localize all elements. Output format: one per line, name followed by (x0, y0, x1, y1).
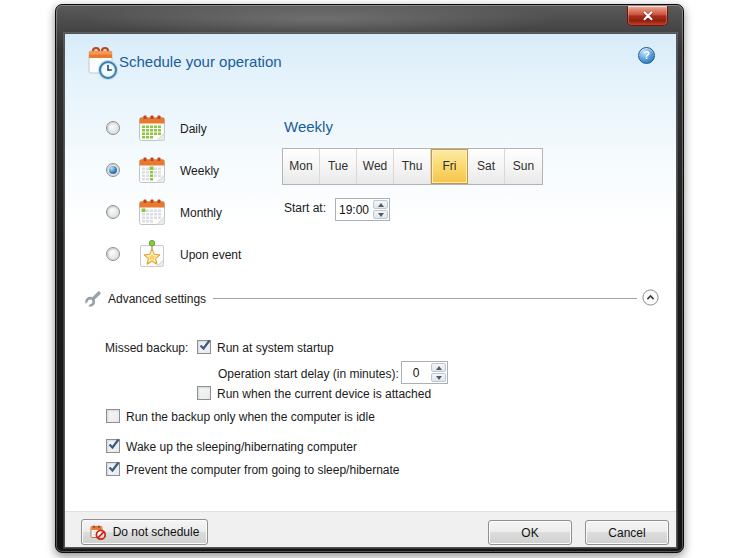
missed-backup-label: Missed backup: (105, 341, 188, 355)
arrow-up-icon (378, 203, 384, 207)
schedule-calendar-clock-icon (82, 42, 122, 86)
calendar-daily-icon (136, 112, 168, 148)
start-time-spinner: 19:00 (335, 198, 390, 221)
advanced-settings-divider (213, 298, 637, 299)
advanced-settings-title: Advanced settings (108, 292, 206, 306)
radio-upon-event[interactable] (106, 247, 120, 261)
start-time-value[interactable]: 19:00 (336, 199, 372, 220)
device-attached-label[interactable]: Run when the current device is attached (217, 387, 431, 401)
help-glyph: ? (643, 49, 650, 61)
dialog-main: Schedule your operation ? (65, 34, 676, 511)
radio-monthly[interactable] (106, 205, 120, 219)
run-at-startup-label[interactable]: Run at system startup (217, 341, 334, 355)
computer-idle-label[interactable]: Run the backup only when the computer is… (126, 410, 375, 424)
weekly-panel-title: Weekly (284, 118, 333, 135)
start-time-spin-buttons (372, 199, 389, 220)
checkbox-prevent-sleep[interactable] (106, 462, 120, 476)
cancel-label: Cancel (608, 526, 645, 540)
wrench-icon (84, 290, 102, 312)
star-event-icon (136, 238, 168, 274)
checkbox-device-attached[interactable] (197, 386, 211, 400)
option-label-daily[interactable]: Daily (180, 122, 207, 136)
schedule-dialog-window: Schedule your operation ? (55, 4, 684, 553)
calendar-weekly-icon (136, 154, 168, 190)
arrow-down-icon (436, 376, 442, 380)
option-label-monthly[interactable]: Monthly (180, 206, 222, 220)
help-icon[interactable]: ? (638, 47, 655, 64)
radio-weekly[interactable] (106, 163, 120, 177)
checkbox-wake-computer[interactable] (106, 439, 120, 453)
wake-computer-label[interactable]: Wake up the sleeping/hibernating compute… (126, 440, 357, 454)
close-button[interactable] (627, 6, 668, 26)
calendar-cancel-icon (90, 524, 107, 541)
operation-delay-value[interactable]: 0 (402, 362, 430, 383)
option-label-weekly[interactable]: Weekly (180, 164, 219, 178)
start-at-label: Start at: (284, 201, 326, 215)
arrow-down-icon (378, 213, 384, 217)
arrow-up-icon (436, 366, 442, 370)
check-icon (107, 437, 121, 451)
operation-delay-up-button[interactable] (431, 363, 446, 372)
calendar-monthly-icon (136, 196, 168, 232)
do-not-schedule-label: Do not schedule (113, 525, 200, 539)
dialog-footer: Do not schedule OK Cancel (65, 511, 676, 547)
start-time-up-button[interactable] (373, 200, 388, 209)
cancel-button[interactable]: Cancel (585, 520, 669, 545)
day-button-sun[interactable]: Sun (505, 149, 542, 184)
radio-daily[interactable] (106, 121, 120, 135)
ok-button[interactable]: OK (488, 520, 572, 545)
day-button-mon[interactable]: Mon (283, 149, 320, 184)
collapse-chevron-icon[interactable] (642, 289, 659, 310)
check-icon (198, 338, 212, 352)
operation-delay-down-button[interactable] (431, 373, 446, 382)
do-not-schedule-button[interactable]: Do not schedule (81, 519, 208, 545)
day-button-thu[interactable]: Thu (394, 149, 431, 184)
ok-label: OK (521, 526, 538, 540)
operation-delay-spin-buttons (430, 362, 447, 383)
page-title: Schedule your operation (119, 53, 282, 70)
option-label-upon-event[interactable]: Upon event (180, 248, 241, 262)
check-icon (107, 460, 121, 474)
day-button-tue[interactable]: Tue (320, 149, 357, 184)
prevent-sleep-label[interactable]: Prevent the computer from going to sleep… (126, 463, 400, 477)
day-button-fri[interactable]: Fri (431, 149, 468, 184)
checkbox-computer-idle[interactable] (106, 409, 120, 423)
day-button-sat[interactable]: Sat (468, 149, 505, 184)
close-icon (642, 11, 653, 21)
operation-delay-label: Operation start delay (in minutes): (218, 367, 399, 381)
operation-delay-spinner: 0 (401, 361, 448, 384)
day-of-week-strip: Mon Tue Wed Thu Fri Sat Sun (282, 148, 543, 185)
desktop: Schedule your operation ? (0, 0, 740, 558)
start-time-down-button[interactable] (373, 210, 388, 219)
dialog-content: Schedule your operation ? (64, 33, 677, 548)
day-button-wed[interactable]: Wed (357, 149, 394, 184)
checkbox-run-at-startup[interactable] (197, 340, 211, 354)
